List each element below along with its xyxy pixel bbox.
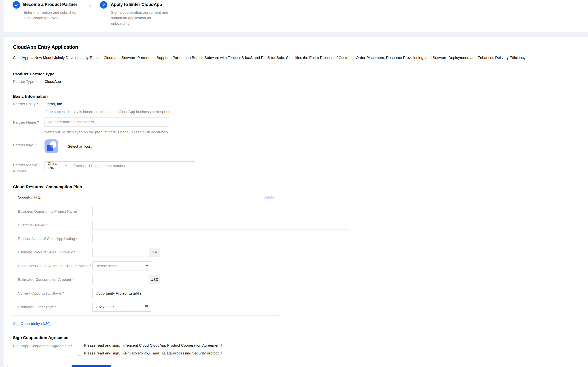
field-label: Business Opportunity Project Name (18, 209, 77, 213)
required-marker: * (71, 344, 72, 348)
agreement-conjunction: and (152, 351, 160, 355)
section-heading-partner-type: Product Partner Type (13, 72, 54, 76)
field-label: Estimate Product Sales Currency (18, 250, 73, 254)
select-value: Opportunity Project Establis... (95, 291, 145, 296)
section-heading-agreement: Sign Cooperation Agreement (13, 335, 70, 340)
data-security-protocol-link[interactable]: 《Data Processing Security Protocol》 (160, 351, 224, 356)
opportunity-title: Opportunity 1. (18, 191, 41, 204)
partner-name-input[interactable] (44, 117, 169, 126)
field-label: Current Opportunity Stage (18, 291, 61, 295)
field-label: Estimated Consumption Amount (18, 277, 71, 282)
consumption-amount-input[interactable] (92, 275, 149, 284)
calendar-icon (144, 305, 149, 310)
chevron-down-icon (65, 164, 68, 168)
footer-divider (4, 362, 588, 362)
opportunity-card-header: Opportunity 1. Delete (13, 191, 280, 204)
form-row: Estimated Consumption Amount* USD (18, 275, 275, 284)
partner-name-label: Partner Name* (13, 120, 39, 125)
phone-number-input[interactable] (70, 161, 195, 170)
page-title: CloudApp Entry Application (13, 44, 78, 50)
required-marker: * (62, 291, 64, 295)
partner-mobile-label: Partner Mobile* Number (13, 163, 40, 173)
order-date-picker[interactable]: 2025-11-27 (92, 303, 151, 312)
field-label: Estimated Order Date (18, 305, 54, 309)
agreement-prefix: Please read and sign. (84, 343, 121, 348)
form-row: Product Name of CloudApp Listing* (18, 234, 275, 243)
application-form-panel: CloudApp Entry Application CloudApp: a N… (4, 37, 588, 367)
required-marker: * (55, 305, 56, 309)
opportunity-stage-select[interactable]: Opportunity Project Establis... (92, 289, 151, 298)
step-1-title: Become a Product Partner (23, 1, 77, 8)
cloud-resource-product-select[interactable]: Please select (92, 261, 151, 270)
business-opportunity-project-name-input[interactable] (92, 207, 349, 216)
page-description: CloudApp: a New Model Jointly Developed … (13, 56, 542, 60)
customer-name-input[interactable] (92, 221, 349, 230)
form-row: Consumed Cloud Resource Product Name* Pl… (18, 261, 275, 270)
step-number-badge: 2 (100, 1, 107, 9)
step-1-description: Enter information and submit for qualifi… (24, 10, 91, 21)
section-heading-basic: Basic Information (13, 94, 48, 99)
required-marker: * (90, 264, 91, 268)
country-code-value: China +86 (48, 162, 65, 170)
agreement-prefix: Please read and sign. (84, 351, 121, 355)
agreement-row: Please read and sign. 《Tencent Cloud Clo… (77, 343, 224, 348)
partner-logo-label: Partner logo* (13, 143, 36, 147)
partner-entity-help: If the subject display is incorrect, con… (44, 110, 177, 114)
field-label: Customer Name (18, 223, 45, 227)
partner-entity-label: Partner Entity* (13, 102, 38, 106)
required-marker: * (37, 120, 39, 124)
agreement-label: CloudApp Cooperation Agreement* (13, 344, 72, 348)
check-icon (13, 1, 20, 9)
chevron-down-icon (146, 264, 149, 268)
section-heading-consumption: Cloud Resource Consumption Plan (13, 184, 82, 189)
required-marker: * (72, 277, 74, 282)
partner-name-help: Name will be displayed on the product de… (44, 130, 169, 134)
required-marker: * (37, 102, 38, 106)
required-marker: * (46, 223, 47, 227)
opportunity-card: Opportunity 1. Delete Business Opportuni… (13, 191, 280, 316)
agreement-checkbox-2[interactable] (77, 351, 81, 356)
partner-type-value: CloudApp (44, 80, 61, 84)
stepper-panel: Become a Product Partner Enter informati… (4, 0, 588, 32)
agreement-checkbox-1[interactable] (77, 343, 81, 348)
chevron-down-icon (146, 291, 149, 296)
add-opportunity-link[interactable]: Add Opportunity (1/30) (13, 322, 51, 326)
required-marker: * (74, 250, 75, 254)
date-value: 2025-11-27 (95, 305, 114, 309)
currency-addon: USD (149, 248, 160, 257)
field-label: Consumed Cloud Resource Product Name (18, 264, 88, 268)
form-row: Estimate Product Sales Currency* USD (18, 248, 275, 257)
chevron-right-icon (87, 3, 92, 8)
previous-step-button[interactable] (8, 365, 69, 367)
field-label: Product Name of CloudApp Listing (18, 237, 75, 241)
required-marker: * (35, 143, 36, 147)
select-placeholder: Please select (95, 264, 118, 268)
form-row: Current Opportunity Stage* Opportunity P… (18, 289, 275, 298)
required-marker: * (38, 163, 40, 167)
step-2-title: Apply to Enter CloudApp (111, 1, 162, 8)
partner-entity-value: Figma, Inc. (44, 102, 63, 106)
country-code-select[interactable]: China +86 (44, 161, 70, 170)
required-marker: * (35, 80, 37, 84)
form-row: Customer Name* (18, 221, 275, 230)
required-marker: * (76, 237, 78, 241)
required-marker: * (78, 209, 79, 213)
partner-logo-image (44, 139, 58, 153)
step-2-description: Sign a cooperation agreement and submit … (111, 10, 170, 26)
form-row: Business Opportunity Project Name* (18, 207, 275, 216)
cooperation-agreement-link[interactable]: 《Tencent Cloud CloudApp Product Cooperat… (121, 343, 224, 348)
privacy-policy-link[interactable]: 《Privacy Policy》 (121, 351, 152, 356)
delete-opportunity-button[interactable]: Delete (263, 191, 274, 204)
submit-button[interactable] (72, 365, 111, 367)
select-icon-button[interactable]: Select an icon. (67, 142, 93, 150)
cloudapp-product-name-input[interactable] (92, 234, 349, 243)
sales-currency-input[interactable] (92, 248, 149, 257)
form-row: Estimated Order Date* 2025-11-27 (18, 303, 275, 312)
partner-type-label: Partner Type* (13, 80, 37, 84)
currency-addon: USD (149, 275, 160, 284)
agreement-row: Please read and sign. 《Privacy Policy》 a… (77, 350, 224, 356)
